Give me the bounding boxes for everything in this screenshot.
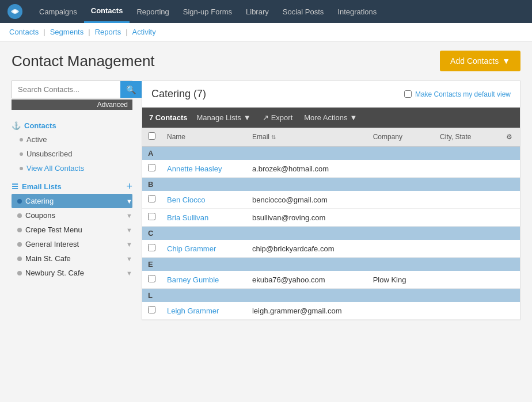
search-icon: 🔍 — [126, 85, 136, 94]
contact-company — [367, 209, 434, 227]
contact-name-link[interactable]: Ben Ciocco — [167, 196, 205, 204]
breadcrumb-reports[interactable]: Reports — [95, 28, 121, 36]
add-list-button[interactable]: + — [126, 181, 132, 192]
table-row: Leigh Grammer leigh.grammer@gmail.com — [142, 302, 520, 320]
contact-email: chip@brickyardcafe.com — [246, 240, 367, 258]
nav-campaigns[interactable]: Campaigns — [32, 0, 84, 23]
contact-company — [367, 302, 434, 320]
table-row: Annette Heasley a.brozek@hotmail.com — [142, 160, 520, 178]
anchor-icon: ⚓ — [12, 121, 21, 130]
breadcrumb-sep-2: | — [88, 28, 90, 36]
export-icon: ↗ — [263, 113, 269, 122]
chevron-down-icon: ▼ — [126, 198, 132, 205]
group-header-row: A — [142, 147, 520, 160]
contacts-table: Name Email ⇅ Company City, State ⚙ A Ann… — [142, 128, 520, 320]
row-checkbox[interactable] — [148, 213, 155, 220]
select-all-checkbox[interactable] — [148, 132, 155, 140]
contact-email: a.brozek@hotmail.com — [246, 160, 367, 178]
contact-name-link[interactable]: Leigh Grammer — [167, 307, 219, 315]
nav-social-posts[interactable]: Social Posts — [276, 0, 331, 23]
contact-company — [367, 191, 434, 209]
contact-citystate — [434, 191, 498, 209]
row-checkbox[interactable] — [148, 275, 155, 282]
email-lists-header: ☰ Email Lists + — [12, 181, 132, 192]
sidebar-item-unsubscribed[interactable]: Unsubscribed — [12, 147, 132, 161]
breadcrumb-sep-3: | — [126, 28, 127, 36]
th-email[interactable]: Email ⇅ — [246, 128, 367, 147]
th-name: Name — [161, 128, 246, 147]
more-actions-button[interactable]: More Actions ▼ — [302, 112, 359, 123]
list-icon: ☰ — [12, 182, 18, 191]
contact-name-link[interactable]: Chip Grammer — [167, 244, 216, 253]
advanced-link[interactable]: Advanced — [12, 99, 132, 110]
chevron-down-icon: ▼ — [244, 113, 251, 122]
contact-citystate — [434, 271, 498, 289]
chevron-down-icon: ▼ — [126, 212, 132, 219]
content-header: Catering (7) Make Contacts my default vi… — [142, 81, 520, 108]
group-header-row: C — [142, 227, 520, 240]
dot-icon — [20, 138, 23, 141]
breadcrumb-sep-1: | — [43, 28, 45, 36]
contact-email: leigh.grammer@gmail.com — [246, 302, 367, 320]
contact-email: bsullivan@roving.com — [246, 209, 367, 227]
contact-citystate — [434, 240, 498, 258]
row-checkbox[interactable] — [148, 244, 155, 251]
export-button[interactable]: ↗ Export — [260, 112, 295, 123]
search-input[interactable] — [12, 81, 120, 98]
contact-name-link[interactable]: Bria Sullivan — [167, 213, 208, 222]
sidebar: 🔍 Advanced ⚓ Contacts Active Unsubscribe… — [12, 81, 132, 320]
email-list-item-crepe[interactable]: Crepe Test Menu ▼ — [12, 223, 132, 237]
top-navigation: Campaigns Contacts Reporting Sign-up For… — [0, 0, 532, 23]
search-box: 🔍 — [12, 81, 132, 98]
search-button[interactable]: 🔍 — [120, 81, 142, 98]
chevron-down-icon: ▼ — [349, 113, 357, 122]
dot-icon — [17, 213, 22, 218]
email-list-item-newbury[interactable]: Newbury St. Cafe ▼ — [12, 266, 132, 280]
svg-point-1 — [13, 10, 17, 13]
email-lists-section: ☰ Email Lists + Catering ▼ Coupons — [12, 181, 132, 280]
chevron-down-icon: ▼ — [126, 270, 132, 277]
chevron-down-icon: ▼ — [126, 241, 132, 248]
table-row: Bria Sullivan bsullivan@roving.com — [142, 209, 520, 227]
email-list-item-catering[interactable]: Catering ▼ — [12, 194, 132, 208]
row-checkbox[interactable] — [148, 306, 155, 313]
page-header: Contact Management Add Contacts ▼ — [12, 51, 520, 71]
nav-library[interactable]: Library — [239, 0, 276, 23]
breadcrumb-activity[interactable]: Activity — [132, 28, 156, 36]
email-list-item-mainstcafe[interactable]: Main St. Cafe ▼ — [12, 251, 132, 266]
email-list-item-general[interactable]: General Interest ▼ — [12, 237, 132, 251]
default-view-checkbox[interactable] — [404, 90, 412, 98]
row-checkbox[interactable] — [148, 195, 155, 202]
dot-icon — [20, 167, 23, 170]
contact-email: ekuba76@yahoo.com — [246, 271, 367, 289]
sort-arrows-icon: ⇅ — [271, 134, 276, 140]
nav-signup-forms[interactable]: Sign-up Forms — [176, 0, 239, 23]
contacts-count: 7 Contacts — [149, 113, 187, 122]
nav-integrations[interactable]: Integrations — [330, 0, 383, 23]
breadcrumb-contacts[interactable]: Contacts — [9, 28, 39, 36]
manage-lists-button[interactable]: Manage Lists ▼ — [194, 112, 253, 123]
contacts-section-title[interactable]: ⚓ Contacts — [12, 119, 132, 132]
default-view-label: Make Contacts my default view — [415, 90, 511, 98]
table-row: Ben Ciocco benciocco@gmail.com — [142, 191, 520, 209]
email-list-item-coupons[interactable]: Coupons ▼ — [12, 208, 132, 223]
default-view-check: Make Contacts my default view — [404, 90, 511, 98]
row-checkbox[interactable] — [148, 164, 155, 171]
chevron-down-icon: ▼ — [126, 255, 132, 262]
add-contacts-button[interactable]: Add Contacts ▼ — [440, 51, 520, 71]
dot-icon — [17, 228, 22, 232]
contact-company — [367, 240, 434, 258]
content-area: Catering (7) Make Contacts my default vi… — [142, 81, 520, 320]
dot-icon — [20, 152, 23, 156]
nav-reporting[interactable]: Reporting — [130, 0, 176, 23]
email-lists-title[interactable]: ☰ Email Lists — [12, 182, 62, 191]
list-title: Catering (7) — [151, 88, 206, 100]
contact-name-link[interactable]: Annette Heasley — [167, 164, 222, 173]
th-gear[interactable]: ⚙ — [498, 128, 520, 147]
contact-name-link[interactable]: Barney Gumble — [167, 275, 219, 284]
nav-contacts[interactable]: Contacts — [84, 0, 130, 23]
th-company: Company — [367, 128, 434, 147]
sidebar-item-view-all[interactable]: View All Contacts — [12, 161, 132, 175]
sidebar-item-active[interactable]: Active — [12, 132, 132, 147]
breadcrumb-segments[interactable]: Segments — [50, 28, 84, 36]
